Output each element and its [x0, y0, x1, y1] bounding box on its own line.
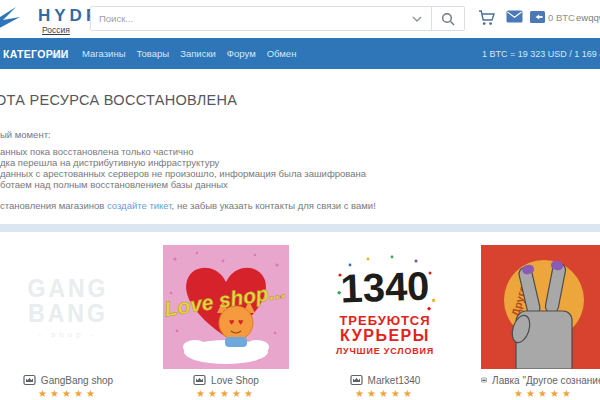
- shop-image-lavka[interactable]: Другое Сознание: [481, 245, 600, 369]
- shop-card-loveshop[interactable]: ♥ ♥ Love shop... Love Shop ★★★★★: [163, 245, 289, 369]
- nav-item-notes[interactable]: Записки: [180, 48, 216, 59]
- shop-name[interactable]: Лавка "Другое сознание": [492, 375, 600, 386]
- chevron-down-icon[interactable]: [403, 16, 431, 22]
- ticket-prefix: становления магазинов: [0, 200, 107, 211]
- nav-item-shops[interactable]: Магазины: [82, 48, 125, 59]
- shop-name[interactable]: GangBang shop: [41, 375, 113, 386]
- shop-image-gangbang[interactable]: GANG BANG - shop -: [5, 245, 131, 369]
- hydra-logo-icon[interactable]: [0, 3, 30, 35]
- market-number: 1340: [340, 263, 430, 310]
- svg-text:♥: ♥: [229, 317, 234, 327]
- announcement-line: ботаем над полным восстановлением базы д…: [0, 179, 228, 190]
- section-divider: [0, 224, 600, 232]
- search-input[interactable]: [91, 7, 403, 30]
- shop-rating: ★★★★★: [163, 388, 289, 399]
- nav-item-exchange[interactable]: Обмен: [267, 48, 297, 59]
- ticket-suffix: , не забыв указать контакты для связи с …: [172, 200, 376, 211]
- market-line3: ЛУЧШИЕ УСЛОВИЯ: [336, 346, 434, 356]
- search-icon: [441, 12, 455, 26]
- shop-image-market1340[interactable]: 1340 ТРЕБУЮТСЯ КУРЬЕРЫ ЛУЧШИЕ УСЛОВИЯ: [322, 245, 448, 369]
- shop-rating: ★★★★★: [322, 388, 448, 399]
- market-line2: КУРЬЕРЫ: [340, 327, 430, 344]
- shop-card-market1340[interactable]: 1340 ТРЕБУЮТСЯ КУРЬЕРЫ ЛУЧШИЕ УСЛОВИЯ Ma…: [322, 245, 448, 369]
- nav-item-goods[interactable]: Товары: [136, 48, 169, 59]
- nav-menu: Магазины Товары Записки Форум Обмен: [82, 48, 296, 59]
- shop-rating: ★★★★★: [481, 388, 600, 399]
- shop-name[interactable]: Market1340: [368, 375, 421, 386]
- search-bar: [90, 6, 465, 31]
- gangbang-text: - shop -: [38, 330, 97, 339]
- gangbang-text: GANG: [28, 274, 109, 302]
- ticket-line: становления магазинов создайте тикет, не…: [0, 200, 376, 211]
- username[interactable]: ewqqwer: [576, 12, 600, 23]
- nav-all-link[interactable]: все: [52, 50, 65, 60]
- announcement-line: данных с арестованных серверов не произо…: [0, 168, 366, 179]
- shop-image-loveshop[interactable]: ♥ ♥ Love shop...: [163, 245, 289, 369]
- brand-region[interactable]: Россия: [42, 25, 70, 35]
- shop-rating: ★★★★★: [5, 388, 131, 399]
- announcement-line: дка перешла на дистрибутивную инфраструк…: [0, 157, 219, 168]
- header: HYDRA Россия 0 BTC ewqqwer: [0, 0, 600, 38]
- hydra-marketplace-page: { "header": { "brand": "HYDRA", "brand_r…: [0, 0, 600, 400]
- svg-text:♥: ♥: [238, 317, 243, 327]
- wallet-icon[interactable]: [530, 11, 545, 23]
- mail-icon[interactable]: [506, 10, 523, 23]
- btc-rate: 1 BTC = 19 323 USD / 1 169 461 Р: [482, 49, 600, 59]
- cart-icon[interactable]: [478, 10, 496, 26]
- shop-card-gangbang[interactable]: GANG BANG - shop - GangBang shop ★★★★★: [5, 245, 131, 369]
- search-button[interactable]: [431, 7, 464, 30]
- shop-card-lavka[interactable]: Другое Сознание Лавка "Другое сознание" …: [481, 245, 600, 369]
- announcement-intro: ый момент:: [0, 129, 51, 140]
- shop-crown-icon: [193, 374, 206, 386]
- market-line1: ТРЕБУЮТСЯ: [339, 313, 430, 328]
- page-title: ОТА РЕСУРСА ВОССТАНОВЛЕНА: [0, 92, 237, 108]
- create-ticket-link[interactable]: создайте тикет: [107, 200, 172, 211]
- shop-name[interactable]: Love Shop: [211, 375, 259, 386]
- shop-crown-icon: [481, 374, 487, 386]
- gangbang-text: BANG: [28, 299, 108, 327]
- main-nav: КАТЕГОРИИ все Магазины Товары Записки Фо…: [0, 38, 600, 69]
- shop-crown-icon: [23, 374, 36, 386]
- announcement-line: анных пока восстановлена только частично: [0, 146, 193, 157]
- shop-crown-icon: [350, 374, 363, 386]
- wallet-balance[interactable]: 0 BTC: [548, 12, 575, 23]
- nav-item-forum[interactable]: Форум: [227, 48, 256, 59]
